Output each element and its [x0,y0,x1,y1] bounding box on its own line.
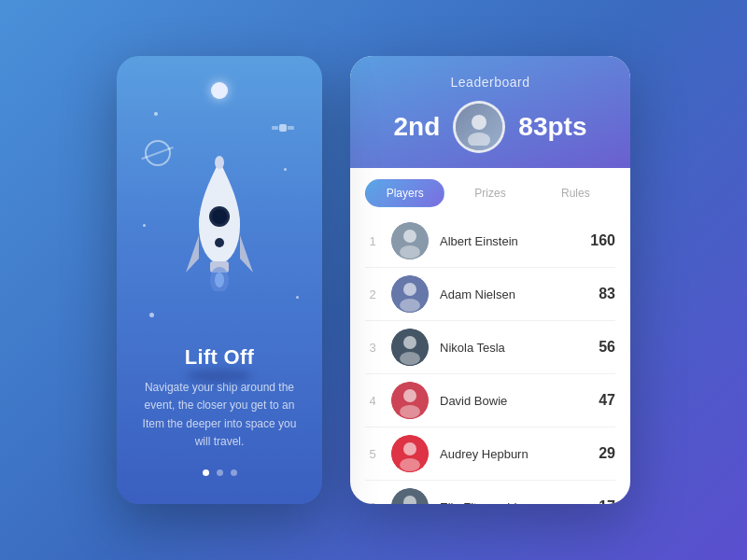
player-row: 1 Albert Einstein 160 [350,215,630,267]
player-rank: 6 [365,500,380,505]
moon-icon [211,82,228,99]
star-icon [149,313,154,317]
svg-point-1 [215,156,224,169]
player-score: 83 [599,286,615,302]
star-icon [154,112,158,116]
player-score: 56 [599,339,615,356]
svg-point-23 [403,442,416,455]
rocket-scene [117,56,322,392]
dot-2[interactable] [217,469,223,476]
tab-rules[interactable]: Rules [536,179,615,207]
avatar-image [391,435,429,472]
dot-3[interactable] [231,469,237,476]
player-name: Adam Nielsen [440,287,587,301]
player-row: 5 Audrey Hepburn 29 [350,427,630,480]
star-icon [296,296,299,299]
right-card: Leaderboard 2nd 83pts Players Prizes Rul… [350,56,630,504]
player-score: 29 [599,445,615,462]
svg-point-9 [468,133,490,146]
player-score: 17 [599,498,615,504]
current-user-avatar [453,101,505,153]
player-avatar [391,382,429,419]
player-rank: 2 [365,287,380,301]
player-name: David Bowie [440,394,587,408]
satellite-icon [272,121,294,134]
player-score: 47 [599,392,615,409]
player-row: 2 Adam Nielsen 83 [350,268,630,320]
player-rank: 4 [365,394,380,408]
player-rank: 3 [365,341,380,355]
avatar-image [391,329,429,366]
svg-point-14 [403,283,416,296]
player-row: 6 Ella Fitzgerald 17 [350,481,630,504]
avatar-image [391,275,429,313]
avatar-image [391,488,429,504]
player-avatar [391,329,429,366]
planet-icon [145,140,171,166]
tab-prizes[interactable]: Prizes [450,179,529,207]
svg-point-20 [403,389,416,402]
leaderboard-title: Leaderboard [451,75,530,90]
star-icon [143,224,146,227]
player-name: Audrey Hepburn [440,447,587,461]
svg-point-24 [400,458,420,471]
player-rank: 5 [365,447,380,461]
rocket-icon [182,142,257,291]
rank-row: 2nd 83pts [369,101,612,153]
player-avatar [391,488,429,504]
dot-1[interactable] [203,469,209,476]
avatar-image [456,104,502,150]
svg-point-12 [400,245,420,259]
player-name: Nikola Tesla [440,341,587,355]
player-rank: 1 [365,234,380,248]
tabs-row: Players Prizes Rules [350,168,630,207]
svg-point-18 [400,352,420,365]
player-avatar [391,275,429,313]
player-avatar [391,222,429,259]
avatar-image [391,382,429,419]
svg-point-11 [403,230,416,243]
svg-point-3 [212,209,227,224]
tab-players[interactable]: Players [365,179,444,207]
star-icon [284,168,287,171]
left-card: Lift Off Navigate your ship around the e… [117,56,322,504]
player-row: 3 Nikola Tesla 56 [350,321,630,373]
current-rank: 2nd [394,112,441,142]
svg-point-7 [215,238,224,247]
leaderboard-header: Leaderboard 2nd 83pts [350,56,630,168]
player-name: Albert Einstein [440,234,579,248]
avatar-image [391,222,429,259]
player-avatar [391,435,429,472]
players-list: 1 Albert Einstein 160 2 [350,207,630,504]
svg-point-17 [403,336,416,349]
svg-point-6 [215,273,224,287]
svg-point-21 [400,405,420,418]
svg-point-8 [472,115,486,130]
player-name: Ella Fitzgerald [440,500,587,505]
player-row: 4 David Bowie 47 [350,374,630,427]
player-score: 160 [590,232,615,249]
svg-point-15 [400,299,420,312]
rocket-shadow [187,370,252,383]
pagination-dots [203,469,237,476]
current-pts: 83pts [518,112,586,142]
